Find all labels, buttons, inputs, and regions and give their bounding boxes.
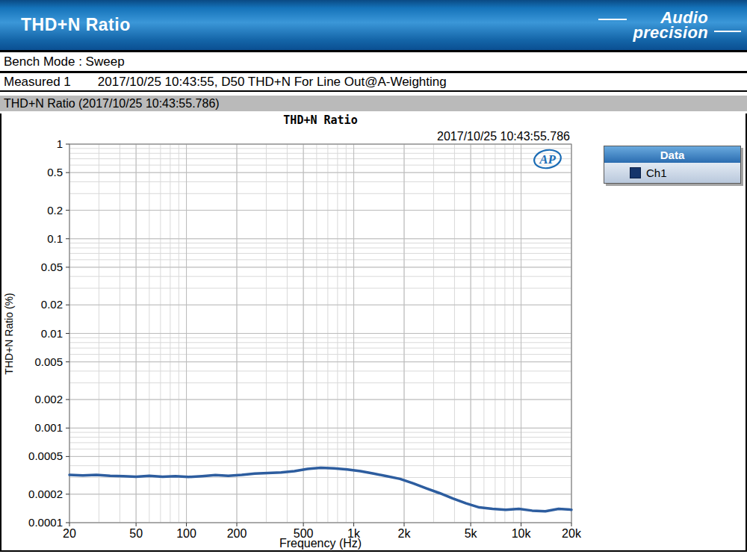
x-tick-label: 10k (512, 527, 532, 540)
series-line-ch1 (69, 468, 571, 511)
chart-panel: 20501002005001k2k5k10k20k10.50.20.10.050… (0, 113, 747, 552)
x-tick-label: 20k (562, 527, 582, 540)
x-tick-label: 200 (227, 527, 247, 540)
y-tick-label: 0.002 (34, 393, 63, 405)
y-tick-label: 0.05 (41, 261, 63, 273)
x-tick-label: 2k (398, 527, 412, 540)
y-tick-label: 0.001 (34, 421, 63, 434)
measured-row: Measured 1 2017/10/25 10:43:55, D50 THD+… (0, 73, 747, 92)
x-tick-label: 20 (63, 527, 76, 540)
ap-badge-text: AP (539, 152, 556, 167)
legend-title: Data (660, 149, 685, 161)
y-tick-label: 0.1 (47, 232, 63, 245)
bench-mode-label: Bench Mode : Sweep (4, 55, 125, 69)
legend-label-ch1: Ch1 (646, 167, 667, 179)
measured-label: Measured 1 (4, 75, 71, 90)
y-tick-label: 0.0001 (28, 516, 63, 529)
y-tick-label: 1 (57, 137, 63, 150)
legend-header: Data (604, 146, 740, 163)
audio-precision-logo: Audio precision (633, 10, 708, 40)
y-tick-label: 0.01 (41, 327, 63, 340)
bench-mode-row: Bench Mode : Sweep (0, 52, 747, 73)
y-tick-label: 0.2 (47, 204, 63, 217)
section-title-bar: THD+N Ratio (2017/10/25 10:43:55.786) (0, 96, 747, 111)
x-tick-label: 5k (465, 527, 478, 540)
app-header: THD+N Ratio Audio precision (0, 0, 747, 52)
chart-title: THD+N Ratio (283, 113, 357, 127)
legend-box: Data Ch1 (604, 146, 741, 184)
y-tick-label: 0.5 (47, 166, 63, 178)
x-tick-label: 50 (129, 527, 143, 540)
y-tick-label: 0.02 (41, 298, 63, 311)
legend-item-ch1[interactable]: Ch1 (604, 163, 740, 183)
chart-timestamp: 2017/10/25 10:43:55.786 (437, 130, 570, 143)
app-title: THD+N Ratio (21, 15, 131, 35)
y-tick-label: 0.0005 (28, 449, 63, 462)
x-axis-title: Frequency (Hz) (279, 537, 362, 550)
measured-value: 2017/10/25 10:43:55, D50 THD+N For Line … (98, 75, 447, 90)
y-axis-title: THD+N Ratio (%) (3, 293, 15, 374)
x-tick-label: 100 (176, 527, 196, 540)
y-tick-label: 0.005 (34, 355, 63, 368)
legend-swatch-ch1 (630, 167, 641, 178)
y-tick-label: 0.0002 (28, 488, 63, 500)
section-title: THD+N Ratio (2017/10/25 10:43:55.786) (4, 97, 220, 111)
logo-line-precision: precision (633, 25, 708, 40)
